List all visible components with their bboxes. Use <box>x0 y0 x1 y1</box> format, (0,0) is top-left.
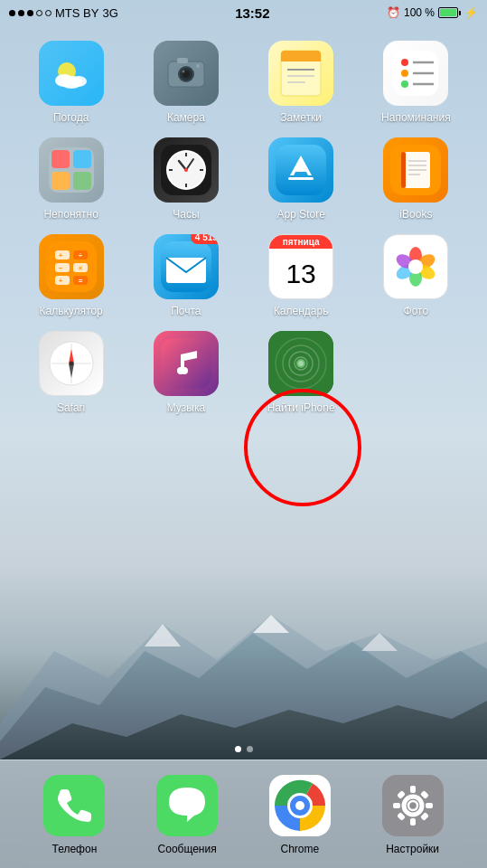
calculator-label: Калькулятор <box>40 305 103 317</box>
ibooks-label: iBooks <box>399 208 432 221</box>
ibooks-icon <box>383 137 448 203</box>
notes-label: Заметки <box>280 111 322 124</box>
clock-app-icon <box>154 137 219 203</box>
svg-rect-57 <box>46 241 97 292</box>
svg-text:×: × <box>78 264 82 272</box>
app-camera[interactable]: Камера <box>136 41 236 124</box>
calendar-label: Календарь <box>274 305 329 317</box>
app-empty <box>366 331 465 414</box>
mountain-background <box>0 561 487 760</box>
app-notes[interactable]: Заметки <box>251 41 351 124</box>
findphone-icon <box>268 331 333 396</box>
appstore-icon <box>268 137 333 203</box>
dock-settings[interactable]: Настройки <box>380 773 445 855</box>
svg-point-9 <box>70 76 87 87</box>
app-photos[interactable]: Фото <box>366 234 465 317</box>
svg-point-102 <box>295 801 304 810</box>
status-right: ⏰ 100 % ⚡ <box>387 6 478 19</box>
music-label: Музыка <box>167 401 205 414</box>
network-type: 3G <box>102 6 117 20</box>
app-weather[interactable]: Погода <box>22 41 121 124</box>
messages-icon <box>155 773 220 838</box>
status-bar: MTS BY 3G 13:52 ⏰ 100 % ⚡ <box>0 0 487 25</box>
svg-point-16 <box>182 71 184 73</box>
signal-dot-2 <box>18 10 24 16</box>
app-calendar[interactable]: пятница 13 Календарь <box>251 234 351 317</box>
svg-rect-33 <box>52 150 70 168</box>
svg-rect-12 <box>177 58 188 63</box>
svg-rect-86 <box>161 338 211 389</box>
app-calculator[interactable]: + ÷ − × + = Калькулятор <box>22 234 121 317</box>
svg-point-85 <box>69 362 73 366</box>
findphone-label: Найти iPhone <box>267 401 335 414</box>
svg-rect-96 <box>43 775 105 836</box>
chrome-label: Chrome <box>281 843 320 855</box>
notes-icon <box>268 41 333 106</box>
signal-dot-5 <box>45 10 52 16</box>
dock-messages[interactable]: Сообщения <box>155 773 220 855</box>
svg-rect-35 <box>52 172 70 190</box>
signal-dot-3 <box>27 10 33 16</box>
mail-icon: 4 515 <box>154 234 219 299</box>
reminders-icon <box>383 41 448 106</box>
svg-text:+: + <box>58 251 62 259</box>
appstore-label: App Store <box>276 208 324 221</box>
safari-icon <box>39 331 104 396</box>
app-row-2: Непонятно <box>14 137 473 221</box>
status-left: MTS BY 3G <box>9 6 118 20</box>
app-row-1: Погода Камера <box>14 41 473 124</box>
app-mail[interactable]: 4 515 Почта <box>136 234 236 317</box>
battery-percent: 100 % <box>404 6 435 19</box>
clock-label: Часы <box>173 208 199 221</box>
svg-rect-105 <box>410 786 416 793</box>
dock-chrome[interactable]: Chrome <box>267 773 332 855</box>
chrome-icon <box>267 773 332 838</box>
calendar-icon: пятница 13 <box>268 234 333 299</box>
page-dots <box>0 746 487 752</box>
svg-point-28 <box>401 80 408 88</box>
page-dot-1 <box>235 746 241 752</box>
app-row-3: + ÷ − × + = Калькулятор <box>14 234 473 317</box>
app-reminders[interactable]: Напоминания <box>366 41 465 124</box>
svg-rect-52 <box>401 152 406 188</box>
svg-point-78 <box>408 259 423 274</box>
charging-icon: ⚡ <box>464 6 478 19</box>
svg-text:÷: ÷ <box>78 251 82 259</box>
app-ibooks[interactable]: iBooks <box>366 137 465 221</box>
svg-text:+: + <box>58 277 62 285</box>
alarm-icon: ⏰ <box>387 6 400 19</box>
svg-text:−: − <box>58 264 62 272</box>
app-music[interactable]: Музыка <box>136 331 236 414</box>
calendar-day-name: пятница <box>269 235 332 249</box>
app-safari[interactable]: Safari <box>22 331 121 414</box>
svg-rect-34 <box>73 150 91 168</box>
signal-indicator <box>9 10 52 16</box>
svg-point-17 <box>196 64 200 68</box>
status-time: 13:52 <box>235 5 269 21</box>
dock: Телефон Сообщения <box>0 760 487 868</box>
app-row-4: Safari Музыка <box>14 331 473 414</box>
signal-dot-4 <box>36 10 42 16</box>
empty-slot <box>383 331 448 396</box>
battery-icon <box>438 7 461 18</box>
mail-label: Почта <box>171 305 201 317</box>
settings-icon <box>380 773 445 838</box>
page-dot-2 <box>247 746 253 752</box>
app-clock[interactable]: Часы <box>136 137 236 221</box>
svg-point-46 <box>184 168 188 172</box>
app-unknown[interactable]: Непонятно <box>22 137 121 221</box>
weather-icon <box>39 41 104 106</box>
messages-label: Сообщения <box>158 843 217 855</box>
unknown-label: Непонятно <box>43 208 98 221</box>
svg-point-88 <box>181 367 188 374</box>
svg-rect-36 <box>73 172 91 190</box>
mail-badge: 4 515 <box>191 234 219 244</box>
camera-label: Камера <box>167 111 205 124</box>
calculator-icon: + ÷ − × + = <box>39 234 104 299</box>
dock-phone[interactable]: Телефон <box>42 773 107 855</box>
svg-rect-106 <box>410 818 416 826</box>
svg-rect-49 <box>288 177 314 180</box>
app-findphone[interactable]: Найти iPhone <box>251 331 351 414</box>
app-appstore[interactable]: App Store <box>251 137 351 221</box>
photos-icon <box>383 234 448 299</box>
